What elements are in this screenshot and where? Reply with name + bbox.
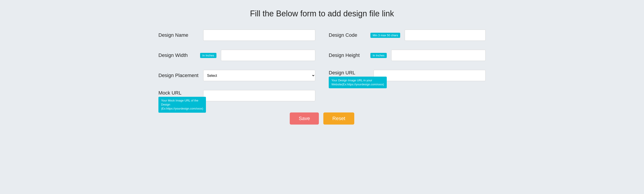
design-placement-label: Design Placement (158, 72, 199, 78)
design-name-label: Design Name (158, 32, 199, 38)
design-url-label: Design URL (329, 70, 369, 76)
design-width-label-group: Design Width In Inches (158, 52, 216, 58)
design-code-badge: Min 3 max 50 chars (370, 33, 400, 38)
reset-button[interactable]: Reset (323, 112, 354, 124)
design-height-input[interactable] (391, 50, 486, 61)
design-height-badge: In Inches (370, 53, 387, 58)
design-url-input[interactable] (374, 70, 486, 81)
mock-url-label: Mock URL (158, 90, 199, 96)
design-height-label-group: Design Height In Inches (329, 52, 387, 58)
mock-url-section: Mock URL Your Mock Image URL of the Desi… (158, 90, 315, 101)
design-code-section: Design Code Min 3 max 50 chars (329, 30, 486, 41)
design-width-label: Design Width (158, 52, 199, 58)
row-2: Design Width In Inches Design Height In … (158, 50, 486, 61)
design-code-label: Design Code (329, 32, 369, 38)
design-placement-select[interactable]: Select (203, 70, 315, 81)
design-url-tooltip: Your Design Image URL in your Website(Ex… (329, 76, 387, 88)
design-name-section: Design Name (158, 30, 315, 41)
row-1: Design Name Design Code Min 3 max 50 cha… (158, 30, 486, 41)
design-name-input[interactable] (203, 30, 315, 41)
row-4: Mock URL Your Mock Image URL of the Desi… (158, 90, 486, 101)
buttons-row: Save Reset (158, 112, 486, 124)
form-container: Design Name Design Code Min 3 max 50 cha… (154, 30, 490, 124)
design-code-label-group: Design Code Min 3 max 50 chars (329, 32, 400, 38)
design-width-badge: In Inches (200, 53, 216, 58)
design-height-label: Design Height (329, 52, 369, 58)
mock-url-label-section: Mock URL Your Mock Image URL of the Desi… (158, 90, 199, 96)
design-height-section: Design Height In Inches (329, 50, 486, 61)
row-3: Design Placement Select Design URL Your … (158, 70, 486, 81)
save-button[interactable]: Save (290, 112, 319, 124)
design-url-section: Design URL Your Design Image URL in your… (329, 70, 486, 81)
design-width-section: Design Width In Inches (158, 50, 315, 61)
mock-url-tooltip: Your Mock Image URL of the Design (Ex:ht… (158, 97, 206, 113)
design-placement-section: Design Placement Select (158, 70, 315, 81)
mock-url-input[interactable] (203, 90, 315, 101)
design-url-label-section: Design URL Your Design Image URL in your… (329, 70, 369, 76)
design-code-input[interactable] (405, 30, 486, 41)
design-width-input[interactable] (221, 50, 315, 61)
page-title: Fill the Below form to add design file l… (4, 9, 640, 18)
